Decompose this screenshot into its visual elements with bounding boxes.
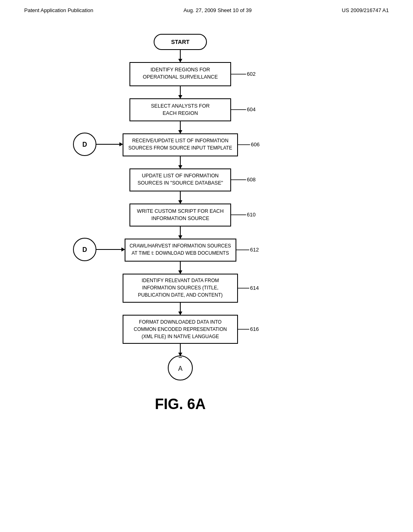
svg-marker-6 (178, 95, 182, 99)
circle-d-612: D (82, 246, 87, 253)
ref-612: 612 (250, 247, 259, 253)
node-608-text: UPDATE LIST OF INFORMATION (142, 173, 219, 179)
header-right: US 2009/216747 A1 (342, 7, 389, 13)
svg-marker-28 (121, 247, 125, 251)
node-610-text: WRITE CUSTOM SCRIPT FOR EACH (137, 208, 224, 214)
node-616-text2: COMMON ENCODED REPRESENTATION (134, 326, 227, 332)
node-614-text: IDENTIFY RELEVANT DATA FROM (142, 278, 219, 283)
node-614-text2: INFORMATION SOURCES (TITLE, (142, 285, 218, 291)
ref-614: 614 (250, 285, 259, 291)
svg-marker-21 (178, 200, 182, 204)
node-612-text2: AT TIME t: DOWNLOAD WEB DOCUMENTS (131, 250, 229, 256)
svg-marker-2 (178, 59, 182, 62)
page-header: Patent Application Publication Aug. 27, … (0, 0, 413, 13)
ref-602: 602 (247, 71, 256, 77)
ref-610: 610 (247, 212, 256, 218)
figure-label: FIG. 6A (155, 396, 206, 412)
circle-d-606: D (82, 141, 87, 148)
ref-604: 604 (247, 106, 256, 112)
svg-marker-25 (178, 235, 182, 239)
header-left: Patent Application Publication (24, 7, 93, 13)
svg-marker-36 (178, 312, 182, 315)
svg-marker-32 (178, 270, 182, 274)
node-602-text2: OPERATIONAL SURVEILLANCE (143, 74, 218, 80)
node-616-text3: (XML FILE) IN NATIVE LANGUAGE (142, 334, 219, 339)
end-circle-a: A (178, 365, 183, 372)
node-614-text3: PUBLICATION DATE, AND CONTENT) (138, 292, 223, 298)
header-middle: Aug. 27, 2009 Sheet 10 of 39 (184, 7, 252, 13)
svg-rect-7 (130, 99, 231, 121)
svg-marker-10 (178, 130, 182, 134)
svg-marker-17 (178, 165, 182, 169)
node-606-text2: SOURCES FROM SOURCE INPUT TEMPLATE (128, 145, 232, 151)
ref-616: 616 (250, 326, 259, 332)
svg-rect-22 (130, 204, 231, 226)
node-608-text2: SOURCES IN "SOURCE DATABASE" (138, 180, 223, 186)
flowchart-diagram: START IDENTIFY REGIONS FOR OPERATIONAL S… (0, 22, 413, 518)
node-604-text: SELECT ANALYSTS FOR (151, 103, 209, 109)
node-616-text: FORMAT DOWNLOADED DATA INTO (139, 319, 222, 325)
ref-606: 606 (251, 141, 260, 148)
ref-608: 608 (247, 177, 256, 183)
svg-marker-13 (119, 142, 123, 146)
node-602-text: IDENTIFY REGIONS FOR (150, 67, 210, 73)
node-612-text: CRAWL/HARVEST INFORMATION SOURCES (129, 243, 231, 249)
node-604-text2: EACH REGION (163, 110, 198, 116)
node-610-text2: INFORMATION SOURCE (151, 216, 209, 221)
start-label: START (171, 39, 190, 45)
node-606-text: RECEIVE/UPDATE LIST OF INFORMATION (132, 138, 229, 143)
